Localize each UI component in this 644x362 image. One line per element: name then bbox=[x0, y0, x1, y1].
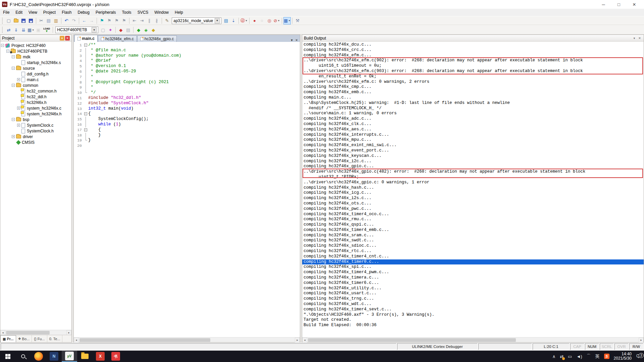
close-icon[interactable]: ✕ bbox=[65, 36, 70, 41]
build-line[interactable]: compiling hc32f46x_timer4_sevt.c... bbox=[304, 307, 644, 312]
build-line[interactable]: ".\Objects\HC32F460.axf" - 3 Error(s), 3… bbox=[304, 312, 644, 318]
tree-item-hc32-common-h[interactable]: hc32_common.h bbox=[1, 88, 71, 94]
menu-debug[interactable]: Debug bbox=[75, 9, 93, 15]
scroll-thumb[interactable] bbox=[6, 331, 50, 335]
scroll-right-icon[interactable]: ▸ bbox=[295, 338, 300, 343]
close-button[interactable]: ✕ bbox=[627, 0, 642, 9]
chevron-down-icon[interactable]: ▼ bbox=[92, 27, 97, 33]
build-line[interactable]: Build Time Elapsed: 00:00:36 bbox=[304, 323, 644, 328]
build-line[interactable]: compiling hc32f46x_efm.c... bbox=[304, 53, 644, 58]
build-line[interactable]: compiling hc32f46x_usart.c... bbox=[304, 291, 644, 296]
build-icon[interactable]: ⇓ bbox=[12, 26, 20, 34]
red-x-app-icon[interactable]: X bbox=[93, 351, 108, 362]
build-line[interactable]: compiling hc32f46x_trng.c... bbox=[304, 296, 644, 302]
select-packs-icon[interactable]: ◈ bbox=[142, 26, 150, 34]
menu-peripherals[interactable]: Peripherals bbox=[93, 9, 119, 15]
build-line[interactable]: compiling hc32f46x_aes.c... bbox=[304, 127, 644, 132]
build-line[interactable]: compiling hc32f46x_sram.c... bbox=[304, 233, 644, 238]
tab-hc32f46x_gpio-c[interactable]: hc32f46x_gpio.c bbox=[137, 36, 177, 42]
fold-collapse-icon[interactable]: − bbox=[84, 128, 87, 131]
scroll-thumb[interactable] bbox=[308, 338, 516, 342]
tree-item-common[interactable]: −common bbox=[1, 82, 71, 88]
expand-icon[interactable]: + bbox=[17, 78, 20, 81]
battery-icon[interactable]: ▭ bbox=[568, 354, 572, 359]
forward-icon[interactable]: → bbox=[88, 17, 95, 24]
chevron-down-icon[interactable]: ▼ bbox=[32, 29, 34, 31]
taskbar-clock[interactable]: 14:40 2021/5/30 bbox=[614, 352, 632, 361]
paste-icon[interactable]: ▥ bbox=[52, 17, 60, 24]
project-hscrollbar[interactable]: ◂ ▸ bbox=[0, 330, 71, 335]
scroll-thumb[interactable] bbox=[79, 338, 210, 342]
build-line[interactable]: compiling hc32f46x_emb.c... bbox=[304, 90, 644, 95]
menu-window[interactable]: Window bbox=[151, 9, 172, 15]
build-line[interactable]: compiling hc32f46x_icg.c... bbox=[304, 190, 644, 196]
menu-file[interactable]: File bbox=[0, 9, 12, 15]
toolbar-grip[interactable] bbox=[2, 27, 3, 33]
build-line[interactable]: uint32_t *PIDRx; bbox=[304, 175, 644, 180]
build-line[interactable]: compiling hc32f46x_interrupts.c... bbox=[304, 132, 644, 138]
chevron-down-icon[interactable]: ▼ bbox=[288, 19, 290, 22]
tree-item-systemclock-c[interactable]: +SystemClock.c bbox=[1, 122, 71, 128]
open-file-icon[interactable] bbox=[12, 17, 20, 24]
code-area[interactable]: 1−/**2 * @file main.c3 * @author your na… bbox=[74, 42, 300, 337]
menu-view[interactable]: View bbox=[25, 9, 40, 15]
back-icon[interactable]: ← bbox=[80, 17, 88, 24]
action-center-icon[interactable]: 🗨3 bbox=[636, 354, 641, 359]
next-bookmark-icon[interactable]: ⚑ bbox=[113, 17, 120, 24]
build-line[interactable]: compiling hc32f46x_adc.c... bbox=[304, 116, 644, 122]
chevron-down-icon[interactable]: ▼ bbox=[215, 18, 220, 23]
build-line[interactable]: compiling hc32f46x_exint_nmi_swi.c... bbox=[304, 143, 644, 148]
build-line[interactable]: compiling hc32f46x_timera.c... bbox=[304, 275, 644, 281]
wifi-icon[interactable]: ⌒ bbox=[587, 353, 591, 359]
rebuild-icon[interactable]: ⇊ bbox=[20, 26, 27, 34]
configure-icon[interactable]: ⚒ bbox=[294, 17, 301, 24]
tree-item-hc32-ddl-h[interactable]: hc32_ddl.h bbox=[1, 94, 71, 100]
build-line[interactable]: compiling hc32f46x_swdt.c... bbox=[304, 238, 644, 243]
explorer-app-icon[interactable] bbox=[77, 351, 93, 362]
templates-tab[interactable]: 0. Te... bbox=[47, 335, 63, 342]
build-line[interactable]: ..\source\main.c: 1 warning, 0 errors bbox=[304, 111, 644, 116]
fold-margin[interactable]: − bbox=[84, 43, 88, 48]
tab-list-icon[interactable]: ▼ bbox=[290, 39, 293, 42]
tray-chevron-icon[interactable]: ∧ bbox=[552, 354, 556, 359]
menu-help[interactable]: Help bbox=[172, 9, 186, 15]
search-button[interactable] bbox=[15, 351, 31, 362]
build-line[interactable]: en_result_t enRet = Ok; bbox=[304, 74, 644, 79]
build-line[interactable]: compiling hc32f46x_gpio.c... bbox=[304, 164, 644, 169]
project-tab[interactable]: ▦Pr... bbox=[0, 335, 16, 342]
scroll-left-icon[interactable]: ◂ bbox=[74, 338, 79, 343]
fold-margin[interactable]: − bbox=[84, 127, 88, 133]
build-line[interactable]: ..\driver\src\hc32f46x_gpio.c: 0 warning… bbox=[304, 180, 644, 185]
tree-item-hc32f460petb[interactable]: −HC32F460PETB bbox=[1, 48, 71, 54]
build-line[interactable]: compiling hc32f46x_utility.c... bbox=[304, 286, 644, 291]
options-target-icon[interactable]: ✦ bbox=[107, 26, 114, 34]
build-line[interactable]: compiling hc32f46x_timer6.c... bbox=[304, 281, 644, 286]
chevron-down-icon[interactable]: ▼ bbox=[277, 19, 280, 22]
fold-margin[interactable]: − bbox=[84, 111, 88, 117]
chevron-down-icon[interactable]: ▼ bbox=[245, 19, 248, 22]
search-combo[interactable]: ap3216c_mode_value▼ bbox=[172, 17, 221, 24]
build-line[interactable]: compiling hc32f46x_i2c.c... bbox=[304, 159, 644, 164]
menu-edit[interactable]: Edit bbox=[12, 9, 25, 15]
build-line[interactable]: compiling hc32f46x_dcu.c... bbox=[304, 42, 644, 48]
editor-hscrollbar[interactable]: ◂ ▸ bbox=[74, 337, 300, 342]
books-window-icon[interactable]: ▤ bbox=[124, 26, 132, 34]
batch-build-icon[interactable]: ▦▼ bbox=[27, 26, 35, 34]
menu-tools[interactable]: Tools bbox=[119, 9, 135, 15]
tree-item-driver[interactable]: +driver bbox=[1, 134, 71, 139]
build-line[interactable]: compiling hc32f46x_mpu.c... bbox=[304, 137, 644, 143]
disable-breakpoint-icon[interactable]: ◎ bbox=[266, 17, 273, 24]
build-line[interactable]: ..\driver\src\hc32f46x_gpio.c(482): erro… bbox=[304, 169, 644, 175]
menu-project[interactable]: Project bbox=[40, 9, 59, 15]
file-extensions-icon[interactable]: ▢ bbox=[99, 26, 107, 34]
scroll-right-icon[interactable]: ▸ bbox=[639, 338, 644, 343]
save-icon[interactable] bbox=[20, 17, 27, 24]
toggle-bookmark-icon[interactable]: ⚑ bbox=[98, 17, 106, 24]
tree-item-bsp[interactable]: −bsp bbox=[1, 117, 71, 122]
clear-bookmarks-icon[interactable]: ⚑ bbox=[120, 17, 128, 24]
dark-app-icon[interactable]: N bbox=[46, 351, 62, 362]
close-icon[interactable]: ✕ bbox=[637, 36, 642, 41]
pin-icon[interactable]: ▾ bbox=[632, 36, 637, 41]
build-line[interactable]: compiling hc32f46x_timer4_oco.c... bbox=[304, 212, 644, 217]
scroll-left-icon[interactable]: ◂ bbox=[302, 338, 307, 343]
